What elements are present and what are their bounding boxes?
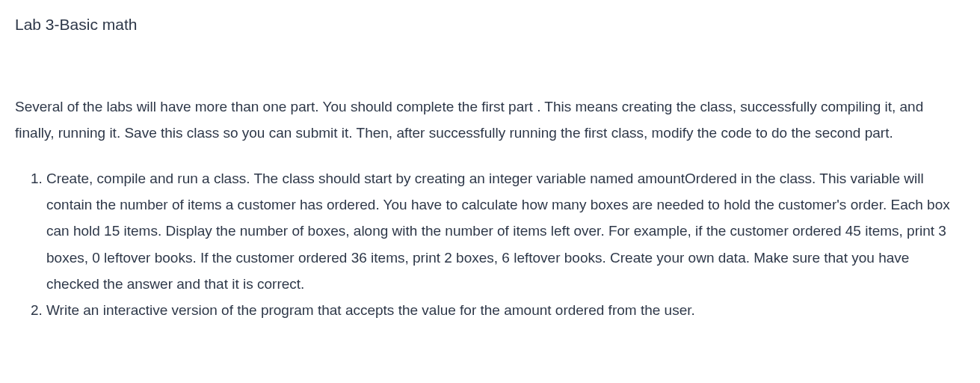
list-item: Create, compile and run a class. The cla… (46, 165, 965, 297)
list-item: Write an interactive version of the prog… (46, 297, 965, 323)
instruction-list: Create, compile and run a class. The cla… (15, 165, 965, 323)
intro-paragraph: Several of the labs will have more than … (15, 94, 965, 146)
document-title: Lab 3-Basic math (15, 10, 965, 40)
